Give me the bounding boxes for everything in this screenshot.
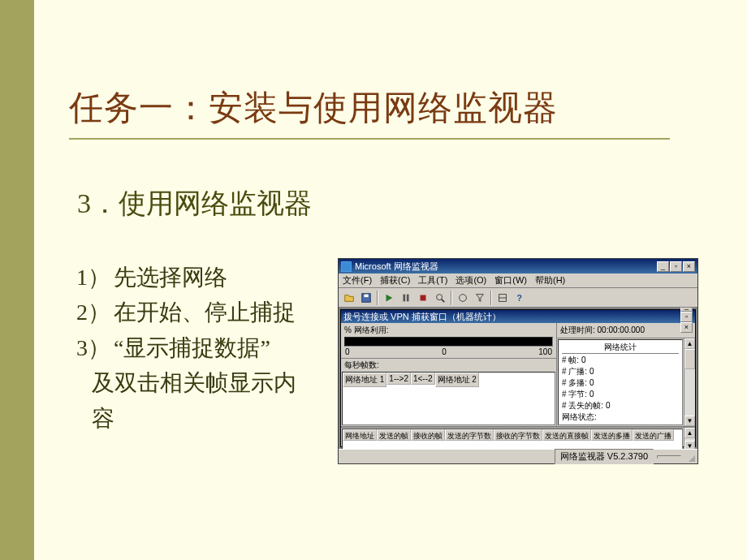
stat-frames: # 帧: 0 [562,355,679,366]
window-titlebar[interactable]: Microsoft 网络监视器 _ ▫ × [339,259,697,274]
address-pair-grid[interactable]: 网络地址 1 1-->2 1<--2 网络地址 2 [342,372,555,425]
util-scale-min: 0 [345,347,350,356]
toolbar: ? [339,288,697,308]
svg-point-5 [437,294,443,299]
stat-multicast: # 多播: 0 [562,377,679,389]
stat-broadcast: # 广播: 0 [562,366,679,377]
col-addr1[interactable]: 网络地址 1 [343,373,386,387]
stat-lost-frames: # 丢失的帧: 0 [562,400,679,411]
col-sent-frames[interactable]: 发送的帧 [377,429,411,441]
step-num: 2） [69,295,114,330]
col-1to2[interactable]: 1-->2 [386,373,411,385]
network-stats-box: 网络统计 # 帧: 0 # 广播: 0 # 多播: 0 # 字节: 0 # 丢失… [558,339,683,425]
title-underline [69,138,670,140]
util-scale-mid: 0 [442,347,447,356]
menu-help[interactable]: 帮助(H) [535,274,565,286]
menu-capture[interactable]: 捕获(C) [380,274,410,286]
step-text: “显示捕捉数据” [114,330,270,365]
status-bar: 网络监视器 V5.2.3790 [339,449,697,463]
host-grid-scrollbar[interactable]: ▲ ▼ [684,428,695,449]
svg-rect-4 [421,295,426,300]
toolbar-separator [490,291,492,305]
network-util-gauge [344,337,553,347]
step-num: 3） [69,330,114,365]
svg-rect-1 [364,294,368,297]
maximize-button[interactable]: ▫ [670,261,682,272]
col-2to1[interactable]: 1<--2 [411,373,435,385]
zoom-icon[interactable] [455,290,471,306]
network-util-label: % 网络利用: [344,325,553,336]
resize-grip-icon[interactable] [684,451,696,463]
toolbar-separator [451,291,452,305]
slide-title: 任务一：安装与使用网络监视器 [69,85,558,131]
svg-point-7 [460,294,467,301]
step-3-continuation: 及双击相关帧显示内 [92,365,333,400]
scroll-up-icon[interactable]: ▲ [684,428,695,438]
menu-bar: 文件(F) 捕获(C) 工具(T) 选项(O) 窗口(W) 帮助(H) [339,274,697,288]
save-icon[interactable] [358,290,374,306]
stop-capture-icon[interactable] [415,290,431,306]
host-stats-grid[interactable]: 网络地址 发送的帧 接收的帧 发送的字节数 接收的字节数 发送的直接帧 发送的多… [342,429,683,449]
menu-file[interactable]: 文件(F) [343,274,372,286]
right-pane: 处理时间: 00:00:00.000 网络统计 # 帧: 0 # 广播: 0 #… [557,323,695,426]
scroll-up-icon[interactable]: ▲ [684,338,695,349]
stat-net-status: 网络状态: [562,411,679,423]
start-capture-icon[interactable] [381,290,397,306]
step-3: 3） “显示捕捉数据” [69,330,333,365]
step-2: 2） 在开始、停止捕捉 [69,295,333,330]
col-sent-direct[interactable]: 发送的直接帧 [542,429,591,441]
status-version: 网络监视器 V5.2.3790 [555,449,654,464]
child-titlebar[interactable]: 拨号连接或 VPN 捕获窗口（机器统计） _ ▫ × [341,310,695,323]
svg-rect-2 [404,294,406,301]
capture-child-window: 拨号连接或 VPN 捕获窗口（机器统计） _ ▫ × % 网络利用: 0 [340,309,696,447]
scroll-thumb[interactable] [684,349,695,369]
find-icon[interactable] [494,290,511,306]
col-recv-bytes[interactable]: 接收的字节数 [494,429,542,441]
app-icon [341,261,352,272]
pause-capture-icon[interactable] [398,290,414,306]
step-text: 在开始、停止捕捉 [114,295,296,330]
col-recv-frames[interactable]: 接收的帧 [411,429,445,441]
slide-accent-bar [0,0,34,560]
child-window-title: 拨号连接或 VPN 捕获窗口（机器统计） [343,311,680,323]
stats-title: 网络统计 [562,342,679,354]
filter-icon[interactable] [472,290,488,306]
step-text: 先选择网络 [114,260,227,295]
minimize-button[interactable]: _ [657,261,669,272]
menu-tools[interactable]: 工具(T) [418,274,447,286]
network-monitor-window: Microsoft 网络监视器 _ ▫ × 文件(F) 捕获(C) 工具(T) … [338,258,698,464]
scroll-down-icon[interactable]: ▼ [684,441,695,449]
col-addr2[interactable]: 网络地址 2 [435,373,479,387]
svg-text:?: ? [517,292,522,302]
step-num: 1） [69,260,114,295]
processing-time: 处理时间: 00:00:00.000 [560,325,692,336]
util-scale-max: 100 [538,347,552,356]
col-sent-multicast[interactable]: 发送的多播 [591,429,633,441]
stat-bytes: # 字节: 0 [562,389,679,400]
col-sent-broadcast[interactable]: 发送的广播 [633,429,674,441]
close-button[interactable]: × [683,261,695,272]
mdi-client-area: 拨号连接或 VPN 捕获窗口（机器统计） _ ▫ × % 网络利用: 0 [339,308,697,449]
col-net-addr[interactable]: 网络地址 [343,429,377,441]
step-3-continuation-2: 容 [92,401,333,436]
stats-scrollbar[interactable]: ▲ ▼ [684,338,695,426]
svg-rect-3 [407,294,409,301]
open-icon[interactable] [341,290,357,306]
svg-line-6 [442,299,445,302]
steps-list: 1） 先选择网络 2） 在开始、停止捕捉 3） “显示捕捉数据” 及双击相关帧显… [69,260,333,436]
step-1: 1） 先选择网络 [69,260,333,295]
left-pane: % 网络利用: 0 0 100 每秒帧数: 网络地址 1 1-->2 [341,323,557,426]
scroll-down-icon[interactable]: ▼ [684,416,695,426]
slide-subtitle: 3．使用网络监视器 [77,185,312,222]
status-pane-empty [657,455,681,459]
frames-per-second-label: 每秒帧数: [341,358,556,372]
menu-window[interactable]: 窗口(W) [494,274,527,286]
child-maximize-button[interactable]: ▫ [680,312,693,322]
view-capture-icon[interactable] [432,290,448,306]
toolbar-separator [377,291,378,305]
window-title: Microsoft 网络监视器 [355,261,657,273]
help-icon[interactable]: ? [512,290,528,306]
col-sent-bytes[interactable]: 发送的字节数 [445,429,494,441]
menu-options[interactable]: 选项(O) [456,274,486,286]
